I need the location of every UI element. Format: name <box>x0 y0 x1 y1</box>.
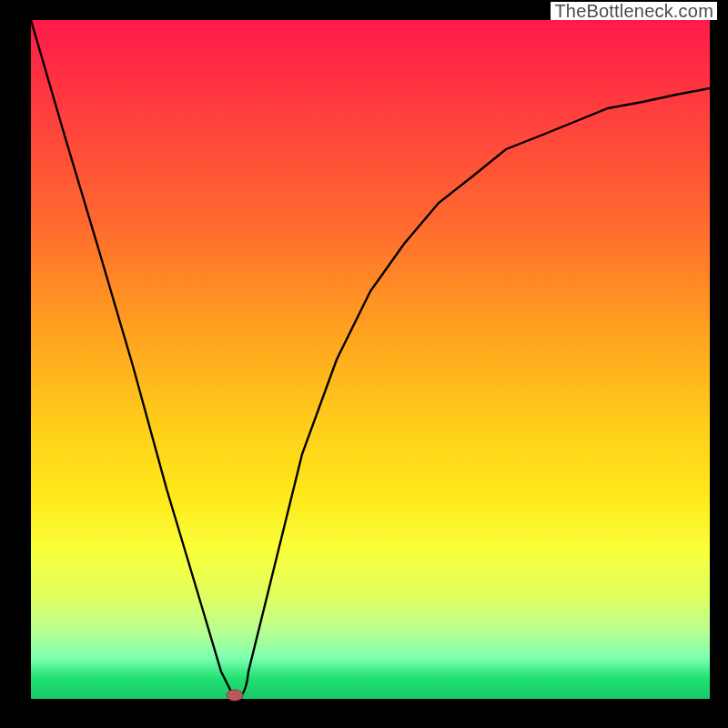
bottleneck-curve <box>31 20 710 699</box>
bottleneck-curve-svg <box>31 20 710 699</box>
plot-area <box>31 20 710 699</box>
watermark-label: TheBottleneck.com <box>551 2 717 20</box>
minimum-marker <box>227 690 243 701</box>
chart-frame: TheBottleneck.com <box>0 0 728 728</box>
